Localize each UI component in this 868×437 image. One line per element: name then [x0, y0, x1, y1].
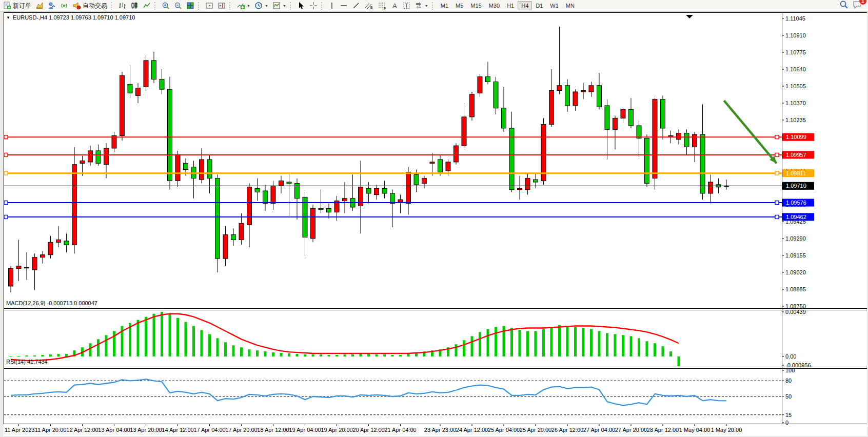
chat-button[interactable]: 1 [853, 0, 863, 11]
candle [462, 117, 466, 146]
bar-chart-mode-button[interactable] [116, 1, 128, 11]
candle [382, 188, 387, 193]
line-handle[interactable] [4, 215, 8, 218]
text-tool-button[interactable]: A [389, 1, 400, 11]
line-handle[interactable] [4, 135, 8, 139]
macd-histogram-bar [328, 355, 330, 356]
signals-button[interactable] [58, 1, 70, 11]
auto-trading-label: 自动交易 [83, 2, 107, 10]
market-depth-button[interactable] [33, 1, 46, 11]
macd-histogram-bar [367, 354, 370, 356]
text-label-tool-button[interactable]: T [400, 1, 412, 11]
toolbar-grip [321, 2, 324, 10]
search-icon[interactable] [839, 0, 849, 11]
macd-name: MACD(12,26,9) [6, 300, 45, 306]
time-axis-label: 12 Apr 12:00 [66, 427, 98, 433]
chart-canvas[interactable]: 1.110451.109101.107751.106401.105051.103… [4, 12, 867, 436]
candle [541, 125, 546, 181]
line-handle[interactable] [775, 201, 779, 205]
timeframe-h4[interactable]: H4 [518, 1, 532, 10]
chart-shift-button[interactable] [215, 1, 228, 11]
price-axis-label: 1.10370 [785, 100, 806, 106]
toolbar-grip [198, 2, 201, 10]
timeframe-h1[interactable]: H1 [503, 1, 518, 10]
candlestick-mode-button[interactable] [128, 1, 141, 11]
price-axis-label: 1.09155 [785, 252, 806, 259]
price-tag-label: 1.09957 [786, 152, 806, 158]
periods-button[interactable]: ▼ [252, 1, 270, 11]
arrows-tool-button[interactable]: ▼ [412, 1, 430, 11]
candle [263, 191, 268, 203]
price-tag-label: 1.09710 [786, 183, 806, 189]
zoom-in-button[interactable] [160, 1, 172, 11]
candle [549, 91, 554, 125]
svg-text:T: T [405, 3, 408, 9]
vertical-line-tool-button[interactable] [326, 1, 338, 11]
line-handle[interactable] [775, 135, 779, 139]
channel-tool-button[interactable]: E [362, 1, 376, 11]
macd-histogram-bar [495, 327, 497, 356]
cursor-tool-button[interactable] [295, 1, 307, 11]
line-chart-mode-button[interactable] [141, 1, 153, 11]
time-axis-label: 17 Apr 04:00 [193, 427, 225, 433]
crosshair-tool-button[interactable] [307, 1, 320, 11]
timeframe-mn[interactable]: MN [562, 1, 578, 10]
time-axis-label: 25 Apr 04:00 [488, 427, 520, 433]
candle [152, 61, 156, 80]
line-handle[interactable] [4, 201, 8, 205]
candle [621, 109, 625, 118]
candle [684, 133, 689, 147]
candle [422, 178, 427, 184]
line-handle[interactable] [775, 153, 779, 156]
line-handle[interactable] [4, 153, 8, 156]
timeframe-d1[interactable]: D1 [532, 1, 546, 10]
templates-button[interactable]: ▼ [270, 1, 288, 11]
fibonacci-tool-button[interactable]: F [376, 1, 389, 11]
candle [88, 151, 93, 162]
dropdown-caret-icon: ▼ [247, 4, 250, 8]
time-axis-label: 26 Apr 12:00 [551, 427, 583, 433]
macd-histogram-bar [216, 338, 219, 356]
macd-histogram-bar [26, 355, 28, 356]
time-axis-label: 25 Apr 20:00 [520, 427, 551, 433]
toolbar-grip [154, 2, 157, 10]
line-handle[interactable] [4, 171, 8, 175]
candle [215, 178, 220, 259]
macd-histogram-bar [240, 347, 243, 356]
timeframe-m1[interactable]: M1 [437, 1, 452, 10]
macd-histogram-bar [646, 341, 648, 356]
timeframe-w1[interactable]: W1 [546, 1, 562, 10]
horizontal-line-tool-button[interactable] [338, 1, 350, 11]
candle [231, 235, 236, 240]
signal-icon [60, 2, 68, 10]
dropdown-caret-icon: ▼ [425, 4, 428, 8]
candle [9, 269, 13, 286]
dropdown-caret-icon: ▼ [265, 4, 268, 8]
candle [605, 106, 609, 129]
crosshair-icon [309, 2, 318, 10]
timeframe-m30[interactable]: M30 [485, 1, 503, 10]
strategy-tester-button[interactable] [46, 1, 58, 11]
candle [661, 100, 665, 128]
line-handle[interactable] [775, 171, 779, 175]
price-tag-label: 1.09462 [786, 214, 806, 220]
timeframe-m15[interactable]: M15 [467, 1, 485, 10]
trendline-tool-button[interactable] [350, 1, 362, 11]
line-handle[interactable] [775, 215, 779, 218]
tile-windows-icon [186, 2, 194, 10]
macd-histogram-bar [185, 322, 187, 356]
zoom-out-button[interactable] [172, 1, 184, 11]
indicators-button[interactable]: ▼ [234, 1, 252, 11]
chart-window[interactable]: 1.110451.109101.107751.106401.105051.103… [4, 12, 867, 436]
clock-icon [254, 2, 263, 10]
auto-trading-button[interactable]: 自动交易 [70, 1, 109, 11]
tile-windows-button[interactable] [184, 1, 196, 11]
candle [327, 208, 331, 212]
candle [390, 193, 395, 204]
fibonacci-icon: F [378, 2, 387, 10]
new-order-button[interactable]: 新订单 [1, 1, 33, 11]
symbol-dropdown-icon[interactable]: ▼ [6, 15, 10, 20]
macd-histogram-bar [519, 330, 521, 356]
auto-scroll-button[interactable] [203, 1, 215, 11]
timeframe-m5[interactable]: M5 [452, 1, 467, 10]
